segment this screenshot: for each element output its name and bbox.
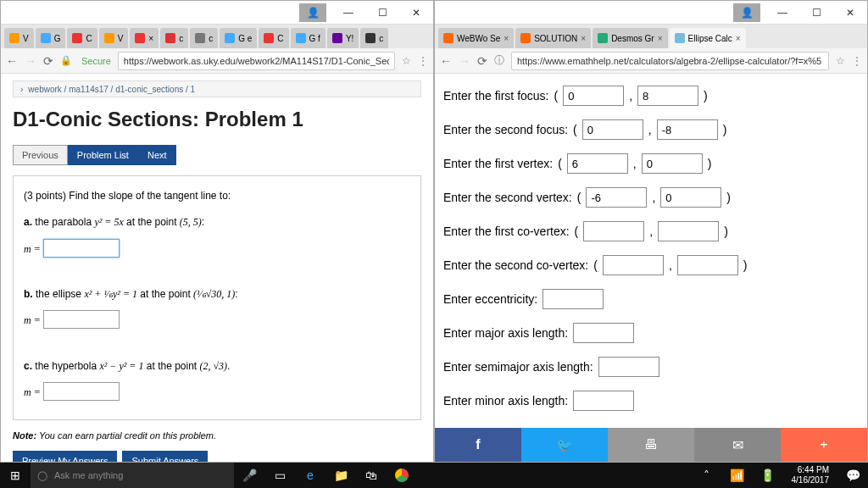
answer-b-input[interactable]	[43, 310, 120, 329]
browser-tab[interactable]: V	[4, 28, 34, 48]
back-icon[interactable]: ←	[440, 54, 452, 68]
explorer-icon[interactable]: 📁	[326, 463, 356, 488]
url-input[interactable]	[511, 52, 829, 70]
reload-icon[interactable]: ⟳	[43, 54, 53, 68]
facebook-button[interactable]: f	[435, 428, 521, 462]
covertex1-label: Enter the first co-vertex:	[443, 225, 570, 238]
browser-tab[interactable]: Desmos Gr×	[593, 28, 667, 48]
twitter-button[interactable]: 🐦	[521, 428, 608, 462]
vertex2-y-input[interactable]	[660, 187, 721, 208]
next-button[interactable]: Next	[138, 145, 176, 165]
wifi-icon[interactable]: 📶	[722, 463, 753, 488]
url-input[interactable]	[118, 52, 395, 70]
left-browser-window: 👤 — ☐ ✕ VGCV×ccG eCG fY!c ← → ⟳ 🔒 Secure…	[0, 0, 434, 463]
favicon	[9, 33, 19, 43]
browser-tab[interactable]: c	[190, 28, 218, 48]
browser-tab[interactable]: G e	[220, 28, 257, 48]
browser-tab[interactable]: WeBWo Se×	[438, 28, 514, 48]
browser-tab[interactable]: ×	[130, 28, 159, 48]
maximize-button[interactable]: ☐	[799, 1, 833, 25]
tab-label: C	[277, 34, 283, 43]
favicon	[41, 33, 51, 43]
clock[interactable]: 6:44 PM4/16/2017	[783, 465, 838, 485]
browser-tab[interactable]: Ellipse Calc×	[670, 28, 746, 48]
tab-close-icon[interactable]: ×	[736, 34, 741, 43]
back-icon[interactable]: ←	[6, 54, 18, 68]
chrome-icon[interactable]	[387, 463, 417, 488]
preview-button[interactable]: Preview My Answers	[13, 451, 117, 462]
forward-icon[interactable]: →	[25, 54, 36, 68]
covertex2-label: Enter the second co-vertex:	[443, 258, 588, 272]
profile-icon[interactable]: 👤	[299, 3, 326, 22]
tab-label: c	[209, 34, 213, 43]
start-button[interactable]: ⊞	[0, 469, 31, 482]
info-icon[interactable]: ⓘ	[494, 53, 504, 68]
battery-icon[interactable]: 🔋	[753, 463, 783, 488]
focus1-x-input[interactable]	[563, 86, 624, 106]
browser-tab[interactable]: c	[360, 28, 388, 48]
browser-tab[interactable]: C	[259, 28, 288, 48]
part-b: b. the ellipse x² + ¹⁄₆y² = 1 at the poi…	[24, 285, 410, 304]
vertex2-label: Enter the second vertex:	[443, 191, 572, 204]
ecc-input[interactable]	[542, 289, 604, 309]
problem-list-button[interactable]: Problem List	[68, 145, 138, 165]
maximize-button[interactable]: ☐	[365, 1, 399, 25]
store-icon[interactable]: 🛍	[356, 463, 387, 488]
minimize-button[interactable]: —	[765, 1, 799, 25]
browser-tab[interactable]: V	[99, 28, 129, 48]
browser-tab[interactable]: G	[36, 28, 66, 48]
tab-close-icon[interactable]: ×	[581, 34, 586, 43]
focus2-y-input[interactable]	[657, 119, 718, 140]
submit-button[interactable]: Submit Answers	[122, 451, 208, 462]
previous-button[interactable]: Previous	[13, 145, 68, 165]
problem-box: (3 points) Find the slope of the tangent…	[13, 175, 421, 420]
browser-tab[interactable]: c	[160, 28, 188, 48]
major-input[interactable]	[573, 323, 634, 343]
task-view-icon[interactable]: ▭	[264, 463, 295, 488]
tab-close-icon[interactable]: ×	[504, 34, 509, 43]
print-button[interactable]: 🖶	[608, 428, 694, 462]
vertex1-y-input[interactable]	[642, 153, 703, 174]
covertex2-x-input[interactable]	[603, 255, 664, 275]
close-button[interactable]: ✕	[399, 1, 433, 25]
breadcrumb[interactable]: ›webwork / ma114s17 / d1-conic_sections …	[13, 80, 421, 97]
mic-icon[interactable]: 🎤	[234, 463, 264, 488]
browser-tab[interactable]: Y!	[327, 28, 359, 48]
answer-c-input[interactable]	[43, 382, 120, 401]
secure-label: Secure	[81, 56, 111, 66]
plus-button[interactable]: +	[781, 428, 867, 462]
cortana-search[interactable]: ◯Ask me anything	[31, 463, 234, 488]
minor-label: Enter minor axis length:	[443, 394, 568, 408]
profile-icon[interactable]: 👤	[733, 3, 760, 22]
minor-input[interactable]	[573, 391, 634, 411]
focus2-x-input[interactable]	[582, 119, 643, 140]
close-button[interactable]: ✕	[833, 1, 867, 25]
covertex1-x-input[interactable]	[583, 221, 644, 241]
menu-icon[interactable]: ⋮	[852, 55, 862, 67]
menu-icon[interactable]: ⋮	[418, 55, 428, 67]
tab-close-icon[interactable]: ×	[658, 34, 663, 43]
semimajor-input[interactable]	[598, 357, 659, 377]
tray-up-icon[interactable]: ˄	[692, 463, 722, 488]
answer-a-input[interactable]	[43, 239, 120, 258]
minimize-button[interactable]: —	[331, 1, 365, 25]
browser-tab[interactable]: G f	[291, 28, 326, 48]
lock-icon: 🔒	[60, 55, 72, 66]
star-icon[interactable]: ☆	[836, 55, 845, 67]
vertex1-x-input[interactable]	[567, 153, 628, 174]
browser-tab[interactable]: C	[67, 28, 97, 48]
right-browser-window: 👤 — ☐ ✕ WeBWo Se×SOLUTION×Desmos Gr×Elli…	[434, 0, 868, 463]
semimajor-label: Enter semimajor axis length:	[443, 360, 593, 374]
forward-icon[interactable]: →	[459, 54, 470, 68]
covertex1-y-input[interactable]	[658, 221, 719, 241]
edge-icon[interactable]: e	[295, 463, 326, 488]
star-icon[interactable]: ☆	[402, 55, 411, 67]
reload-icon[interactable]: ⟳	[477, 54, 487, 68]
covertex2-y-input[interactable]	[677, 255, 738, 275]
browser-tab[interactable]: SOLUTION×	[515, 28, 591, 48]
share-bar: f 🐦 🖶 ✉ +	[435, 428, 867, 462]
notifications-icon[interactable]: 💬	[837, 463, 868, 488]
focus1-y-input[interactable]	[637, 86, 698, 106]
vertex2-x-input[interactable]	[586, 187, 647, 208]
email-button[interactable]: ✉	[694, 428, 781, 462]
